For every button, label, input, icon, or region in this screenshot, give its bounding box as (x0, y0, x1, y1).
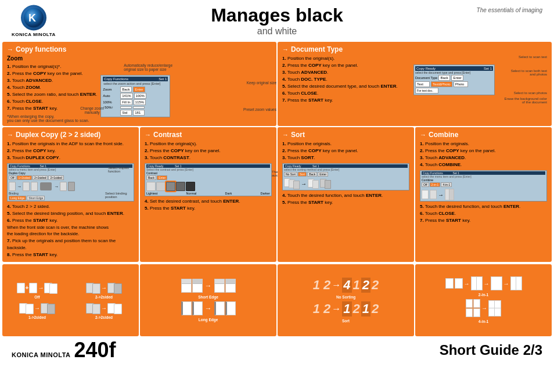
combine-steps: 1. Position the originals. 2. Press the … (420, 141, 547, 168)
footer-brand: KONICA MINOLTA (12, 351, 71, 358)
document-type-header: → Document Type (282, 45, 547, 53)
erase-bg-note: Erase the background colorof the documen… (505, 97, 547, 104)
sort-steps-2: 4. Touch the desired function, and touch… (282, 192, 409, 206)
contrast-steps-2: 4. Set the desired contrast, and touch E… (145, 198, 272, 212)
document-type-content: 1. Position the original(s). 2. Press th… (282, 55, 547, 104)
scan-text-note: Select to scan text (519, 55, 547, 59)
contrast-screen-area: Copy Ready Set 1 Select the contrast and… (145, 163, 272, 196)
tagline: The essentials of imaging (477, 7, 542, 13)
duplex-2-2-item: → 2->2sided (71, 280, 136, 299)
document-type-title: Document Type (291, 45, 343, 53)
combine-illustrations: → → → 2-in-1 (415, 264, 552, 336)
combine-steps-2: 5. Touch the desired function, and touch… (420, 203, 547, 224)
svg-text:K: K (28, 12, 36, 24)
duplex-header: → Duplex Copy (2 > 2 sided) (7, 131, 134, 139)
sort-screen-area: Copy Ready Set 1 select the sorting meth… (282, 163, 409, 190)
sort-arrow: → (282, 131, 289, 138)
2-in-1-label: 2-in-1 (479, 293, 488, 297)
cf-row-3: 100% Fill In 115% (103, 99, 168, 105)
no-sorting-label: No Sorting (336, 295, 355, 299)
dt-screen-header: Copy Ready Set 1 (415, 66, 493, 71)
short-edge-label: Short Edge (198, 295, 218, 299)
main-grid: → Copy functions Zoom 1. Position the or… (0, 42, 554, 262)
cf-screen-header: Copy Functions Set 1 (103, 77, 168, 81)
combine-screen-area: Copy Functions Set 1 select the menu ite… (420, 170, 547, 202)
duplex-section: → Duplex Copy (2 > 2 sided) 1. Position … (2, 127, 139, 262)
duplex-btn-row: Off 1>2sided 2>2sided 2>1sided (9, 175, 132, 180)
preset-note: Preset zoom values (243, 107, 276, 112)
dt-row-1: Document Type Back Enter (415, 75, 493, 81)
sort-btn-row: No Sort Sort Back Enter (284, 172, 408, 177)
contrast-steps: 1. Position the original(s). 2. Press th… (145, 141, 272, 161)
combine-section: → Combine 1. Position the originals. 2. … (415, 127, 552, 262)
sort-steps: 1. Position the originals. 2. Press the … (282, 141, 409, 161)
no-sorting-row: 1 2 → 4 1 2 2 (313, 278, 379, 293)
change-zoom-note: Change zoommanually (80, 106, 103, 114)
keep-size-note: Keep original size (247, 81, 276, 85)
sort-section: → Sort 1. Position the originals. 2. Pre… (278, 127, 414, 262)
sort-title: Sort (291, 131, 305, 139)
dt-row-3: For text doc. (415, 88, 493, 93)
duplex-screen-area: Copy Functions Set 1 select a menu item … (7, 163, 134, 202)
duplex-2-2b-label: 2->2sided (95, 315, 113, 319)
select-duplex-note: Select duplex function (108, 166, 137, 173)
auto-zoom-note: Automatically reduce/enlargeoriginal siz… (124, 63, 172, 71)
combine-btn-row: Off 2-in-1 4-in-1 (422, 182, 545, 187)
copy-functions-arrow: → (7, 46, 13, 53)
cf-row-5: Std 181 (103, 110, 168, 116)
scan-both-note: Select to scan both textand photos (511, 69, 547, 76)
short-edge-item: → (181, 279, 236, 293)
sorting-row: 1 2 → 1 2 1 2 (313, 301, 379, 317)
zoom-content: 1. Position the original(s)*. 2. Press t… (7, 63, 272, 123)
dt-screen: Copy Ready Set 1 select the document typ… (413, 64, 495, 95)
document-type-section: → Document Type 1. Position the original… (278, 42, 552, 126)
sub-title: and white (211, 26, 343, 37)
contrast-title: Contrast (153, 131, 182, 139)
copy-functions-header: → Copy functions (7, 45, 272, 53)
duplex-1-2-item: → 1->2sided (5, 301, 70, 319)
duplex-title: Duplex Copy (2 > 2 sided) (16, 131, 100, 139)
long-edge-label: Long Edge (199, 318, 218, 322)
footer: KONICA MINOLTA 240f Short Guide 2/3 (0, 337, 554, 363)
sort-icons: → (284, 178, 408, 189)
contrast-header: → Contrast (145, 131, 272, 139)
copy-functions-section: → Copy functions Zoom 1. Position the or… (2, 42, 276, 126)
duplex-illustrations: + → Off → (2, 264, 139, 336)
duplex-off-item: + → Off (5, 280, 70, 299)
duplex-1-2-label: 1->2sided (28, 315, 46, 319)
copy-functions-steps: 1. Position the original(s)*. 2. Press t… (7, 63, 97, 112)
2-in-1-row: → → → (445, 276, 522, 290)
duplex-2-2b-item: → 2->2sided (71, 301, 136, 319)
document-type-screen-area: Select to scan text Select to scan both … (413, 55, 547, 104)
footer-guide: Short Guide 2/3 (440, 342, 542, 358)
document-type-steps: 1. Position the original(s). 2. Press th… (282, 55, 411, 104)
duplex-arrow: → (7, 131, 13, 138)
cf-row-1: Zoom Back Enter (103, 87, 168, 92)
contrast-arrow: → (145, 131, 151, 138)
cf-screen: Copy Functions Set 1 select the zoom act… (100, 75, 170, 117)
scan-photos-note: Select to scan photos (514, 91, 547, 95)
contrast-illustrations: → Short Edge → (140, 264, 276, 336)
footer-left: KONICA MINOLTA 240f (12, 338, 116, 362)
bottom-illustrations: + → Off → (0, 262, 554, 337)
duplex-steps-2: 4. Touch 2 > 2 sided. 5. Select the desi… (7, 203, 134, 258)
4-in-1-row: → (466, 299, 501, 317)
konica-minolta-logo: K (21, 5, 46, 31)
main-title: Manages black (211, 5, 343, 26)
contrast-scale: Lightest Normal Dark Darker (146, 192, 270, 195)
document-type-arrow: → (282, 46, 289, 53)
long-edge-item: → (181, 301, 236, 315)
sort-mini-screen: Copy Ready Set 1 select the sorting meth… (282, 163, 409, 190)
dt-instructions: select the document type and press [Ente… (415, 71, 493, 74)
contrast-btn-row: Back Enter (146, 175, 270, 180)
sort-label: Sort (342, 319, 350, 323)
zoom-diagram: Automatically reduce/enlargeoriginal siz… (100, 63, 272, 123)
combine-header: → Combine (420, 131, 547, 139)
sort-header: → Sort (282, 131, 409, 139)
title-area: Manages black and white (211, 5, 343, 36)
duplex-icons: → → (9, 182, 132, 191)
footer-model: 240f (74, 338, 116, 362)
contrast-section: → Contrast 1. Position the original(s). … (140, 127, 276, 262)
contrast-mini-screen: Copy Ready Set 1 Select the contrast and… (145, 163, 272, 196)
cf-row-4: ↑50%↑ (103, 106, 168, 109)
